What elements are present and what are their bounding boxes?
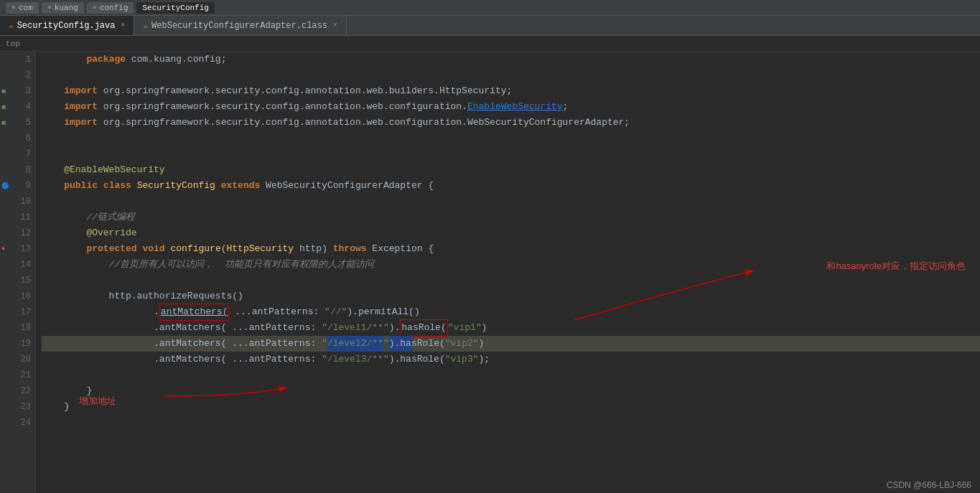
breadcrumb: top <box>0 36 980 52</box>
title-tabs: ● com ● kuang ● config SecurityConfig <box>6 2 215 14</box>
gutter-2: 2 <box>0 67 35 83</box>
code-line-23: } <box>42 399 980 415</box>
editor-area: 1 2 ■3 ■4 ■5 6 7 8 🔵9 10 11 12 ●13 14 15… <box>0 52 980 493</box>
gutter-20: 20 <box>0 352 35 367</box>
gutter-6: 6 <box>0 131 35 146</box>
close-tab-1[interactable]: × <box>121 22 125 29</box>
code-line-20: .antMatchers( ...antPatterns: "/level3/*… <box>42 352 980 367</box>
gutter-14: 14 <box>0 257 35 273</box>
gutter-18: 18 <box>0 320 35 336</box>
code-line-16: http.authorizeRequests() <box>42 288 980 304</box>
code-line-3: import org.springframework.security.conf… <box>42 83 980 99</box>
code-line-14: //首页所有人可以访问， 功能页只有对应有权限的人才能访问 <box>42 257 980 273</box>
code-line-2 <box>42 67 980 83</box>
code-line-15 <box>42 273 980 288</box>
code-line-1: package com.kuang.config; <box>42 52 980 67</box>
java-icon-1: ☕ <box>9 21 14 30</box>
file-tab-securityconfig[interactable]: ☕ SecurityConfig.java × <box>0 16 134 35</box>
line-number-gutter: 1 2 ■3 ■4 ■5 6 7 8 🔵9 10 11 12 ●13 14 15… <box>0 52 36 493</box>
code-line-21 <box>42 367 980 383</box>
java-icon-2: ☕ <box>143 21 148 30</box>
code-line-17: .antMatchers( ...antPatterns: "//").perm… <box>42 304 980 320</box>
gutter-10: 10 <box>0 194 35 210</box>
gutter-1: 1 <box>0 52 35 67</box>
code-line-11: //链式编程 <box>42 210 980 225</box>
code-line-6 <box>42 131 980 146</box>
code-line-18: .antMatchers( ...antPatterns: "/level1/*… <box>42 320 980 336</box>
file-tab-adapter[interactable]: ☕ WebSecurityConfigurerAdapter.class × <box>134 16 346 35</box>
gutter-23: 23 <box>0 399 35 415</box>
code-line-24 <box>42 415 980 431</box>
code-line-7 <box>42 146 980 162</box>
tab-config[interactable]: ● config <box>87 2 134 14</box>
gutter-17: 17 <box>0 304 35 320</box>
title-bar: ● com ● kuang ● config SecurityConfig <box>0 0 980 16</box>
code-line-13: protected void configure(HttpSecurity ht… <box>42 241 980 257</box>
gutter-5: ■5 <box>0 115 35 131</box>
close-tab-2[interactable]: × <box>333 22 337 29</box>
gutter-11: 11 <box>0 210 35 225</box>
code-line-5: import org.springframework.security.conf… <box>42 115 980 131</box>
code-line-9: public class SecurityConfig extends WebS… <box>42 178 980 194</box>
gutter-22: 22 <box>0 383 35 399</box>
watermark: CSDN @666-LBJ-666 <box>887 480 971 490</box>
tab-com[interactable]: ● com <box>6 2 39 14</box>
gutter-3: ■3 <box>0 83 35 99</box>
gutter-8: 8 <box>0 162 35 178</box>
gutter-7: 7 <box>0 146 35 162</box>
file-tabs-bar: ☕ SecurityConfig.java × ☕ WebSecurityCon… <box>0 16 980 36</box>
code-line-8: @EnableWebSecurity <box>42 162 980 178</box>
code-line-4: import org.springframework.security.conf… <box>42 99 980 115</box>
gutter-4: ■4 <box>0 99 35 115</box>
tab-securityconfig[interactable]: SecurityConfig <box>136 2 214 14</box>
gutter-9: 🔵9 <box>0 178 35 194</box>
code-line-19: .antMatchers( ...antPatterns: "/level2/*… <box>42 336 980 352</box>
gutter-19: 19 <box>0 336 35 352</box>
code-area[interactable]: package com.kuang.config; import org.spr… <box>36 52 980 493</box>
gutter-24: 24 <box>0 415 35 431</box>
gutter-12: 12 <box>0 225 35 241</box>
gutter-15: 15 <box>0 273 35 288</box>
gutter-16: 16 <box>0 288 35 304</box>
tab-kuang[interactable]: ● kuang <box>42 2 84 14</box>
gutter-13: ●13 <box>0 241 35 257</box>
code-line-10 <box>42 194 980 210</box>
gutter-21: 21 <box>0 367 35 383</box>
code-line-22: } <box>42 383 980 399</box>
code-line-12: @Override <box>42 225 980 241</box>
